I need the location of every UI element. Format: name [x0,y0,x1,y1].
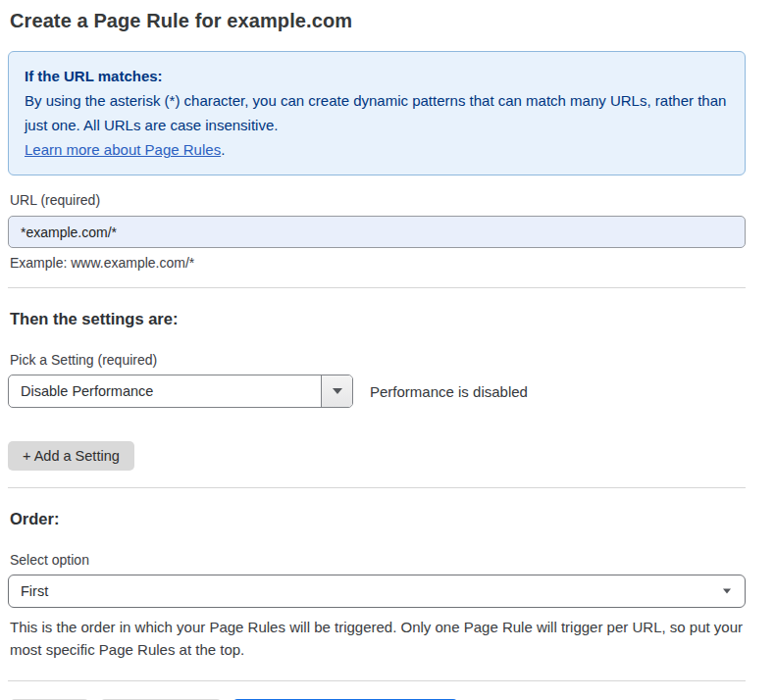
add-setting-button[interactable]: + Add a Setting [8,441,134,471]
setting-select-value: Disable Performance [9,375,321,407]
info-box-link-line: Learn more about Page Rules. [25,137,729,162]
order-select[interactable]: First [8,575,746,608]
pick-setting-label: Pick a Setting (required) [10,352,744,368]
setting-row: Disable Performance Performance is disab… [8,375,746,408]
divider [8,680,746,681]
setting-select-arrow-button[interactable] [321,375,352,407]
order-description: This is the order in which your Page Rul… [10,616,744,661]
settings-section-heading: Then the settings are: [10,310,744,328]
url-example-text: Example: www.example.com/* [10,255,744,271]
link-period: . [221,141,225,158]
order-section-heading: Order: [10,510,744,528]
setting-status-text: Performance is disabled [370,383,528,400]
order-select-label: Select option [10,552,744,568]
info-box-heading: If the URL matches: [25,64,729,88]
page-title: Create a Page Rule for example.com [10,10,746,32]
divider [8,487,746,488]
chevron-down-icon [723,589,731,594]
page-rule-form: Create a Page Rule for example.com If th… [8,10,746,700]
url-match-info-box: If the URL matches: By using the asteris… [8,51,746,175]
url-input[interactable] [8,216,746,248]
chevron-down-icon [333,388,342,394]
learn-more-link[interactable]: Learn more about Page Rules [25,141,221,158]
info-box-body: By using the asterisk (*) character, you… [25,88,729,137]
url-field-label: URL (required) [10,192,744,208]
divider [8,287,746,288]
order-select-value: First [21,583,48,599]
setting-select[interactable]: Disable Performance [8,375,353,408]
